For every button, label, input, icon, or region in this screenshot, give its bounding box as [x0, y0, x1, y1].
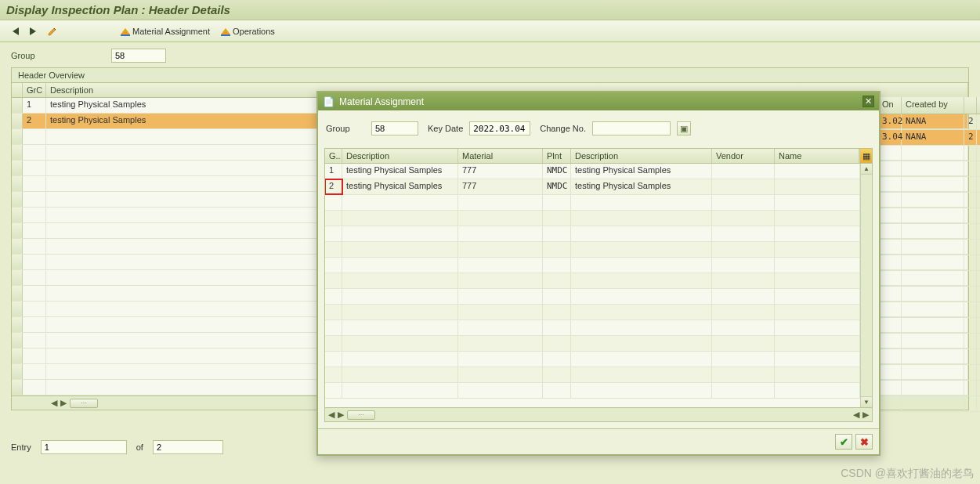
dlg-scroll-right-icon[interactable]: ▶ [338, 410, 344, 420]
dialog-table-row[interactable] [325, 258, 872, 273]
group-label: Group [11, 51, 105, 60]
dialog-table-row[interactable] [325, 367, 872, 383]
dcol-material[interactable]: Material [458, 149, 543, 163]
dialog-table-row[interactable] [325, 352, 872, 367]
dialog-title-icon: 📄 [323, 96, 335, 107]
panel-title: Header Overview [12, 68, 968, 83]
operations-button[interactable]: Operations [218, 25, 278, 38]
dlg-scroll-left-icon[interactable]: ◀ [328, 410, 335, 420]
entry-to-input[interactable] [153, 440, 223, 454]
material-assignment-icon [121, 28, 130, 34]
dialog-table-row[interactable] [325, 289, 872, 305]
dialog-h-scrollbar[interactable]: ◀ ▶ ⋯ ◀ ▶ [325, 407, 872, 421]
page-title: Display Inspection Plan : Header Details [0, 0, 980, 20]
material-assignment-button[interactable]: Material Assignment [118, 25, 213, 38]
scroll-right-icon[interactable]: ▶ [60, 398, 67, 408]
entry-from-input[interactable] [41, 440, 127, 454]
entry-label: Entry [11, 442, 31, 452]
dcol-desc[interactable]: Description [342, 149, 458, 163]
dlg-group-label: Group [326, 124, 365, 133]
dialog-close-button[interactable]: ✕ [862, 96, 874, 107]
dcol-plnt[interactable]: Plnt [543, 149, 571, 163]
material-assignment-dialog: 📄 Material Assignment ✕ Group Key Date C… [316, 91, 881, 456]
dlg-scroll-right2-icon[interactable]: ▶ [862, 410, 869, 420]
triangle-right-icon [30, 27, 36, 35]
dlg-keydate-label: Key Date [428, 124, 463, 133]
dlg-keydate-input[interactable] [469, 121, 530, 135]
configure-columns-button[interactable]: ▦ [859, 149, 872, 163]
dialog-v-scrollbar[interactable]: ▲ ▼ [860, 164, 872, 407]
dialog-table-row[interactable] [325, 195, 872, 211]
pencil-icon [47, 26, 58, 37]
dialog-cancel-button[interactable]: ✖ [855, 434, 873, 450]
dialog-table-row[interactable] [325, 211, 872, 226]
material-assignment-label: Material Assignment [132, 27, 210, 36]
dcol-g[interactable]: G.. [325, 149, 342, 163]
scroll-up-icon[interactable]: ▲ [861, 164, 872, 175]
operations-icon [221, 28, 230, 34]
bg-right-columns: On Created by 3.02NANA23.04NANA2 [878, 97, 980, 412]
dialog-table-row[interactable] [325, 383, 872, 399]
dlg-scroll-left2-icon[interactable]: ◀ [853, 410, 859, 420]
group-input[interactable] [111, 49, 166, 63]
dialog-table-row[interactable] [325, 305, 872, 320]
scroll-down-icon[interactable]: ▼ [861, 396, 872, 407]
dcol-desc2[interactable]: Description [571, 149, 712, 163]
scroll-thumb[interactable]: ⋯ [70, 399, 98, 408]
col-grc[interactable]: GrC [23, 83, 46, 97]
dialog-table-row[interactable]: 1testing Physical Samples777NMDCtesting … [325, 164, 872, 179]
change-lookup-button[interactable]: ▣ [677, 121, 691, 135]
dcol-vendor[interactable]: Vendor [712, 149, 775, 163]
entry-of-label: of [136, 442, 143, 452]
dlg-scroll-thumb[interactable]: ⋯ [347, 410, 375, 420]
dlg-group-input[interactable] [371, 121, 418, 135]
dlg-change-label: Change No. [540, 124, 586, 133]
triangle-left-icon [13, 27, 19, 35]
prev-button[interactable] [9, 26, 22, 37]
dialog-table-row[interactable] [325, 242, 872, 258]
dialog-ok-button[interactable]: ✔ [835, 434, 852, 450]
dialog-table-row[interactable] [325, 273, 872, 289]
dialog-table-row[interactable] [325, 320, 872, 336]
dialog-grid: G.. Description Material Plnt Descriptio… [324, 148, 873, 422]
dialog-table-row[interactable] [325, 226, 872, 242]
dlg-change-input[interactable] [592, 121, 671, 135]
dcol-name[interactable]: Name [775, 149, 859, 163]
col-created-by[interactable]: Created by [902, 97, 964, 114]
dialog-table-row[interactable] [325, 336, 872, 352]
dialog-title-text: Material Assignment [339, 96, 424, 107]
dialog-table-row[interactable]: 2testing Physical Samples777NMDCtesting … [325, 179, 872, 195]
edit-button[interactable] [44, 24, 61, 38]
watermark: CSDN @喜欢打酱油的老鸟 [841, 467, 974, 481]
next-button[interactable] [27, 26, 39, 37]
operations-label: Operations [233, 27, 275, 36]
toolbar: Material Assignment Operations [0, 20, 980, 42]
scroll-left-icon[interactable]: ◀ [51, 398, 57, 408]
col-on[interactable]: On [878, 97, 902, 114]
dialog-titlebar[interactable]: 📄 Material Assignment ✕ [318, 92, 879, 110]
